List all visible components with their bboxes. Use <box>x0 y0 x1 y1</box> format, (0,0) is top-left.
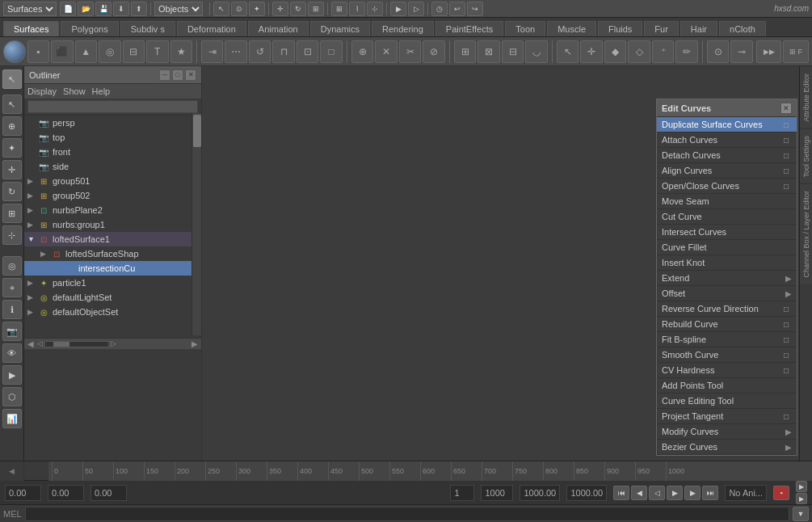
curve-item-smooth[interactable]: Smooth Curve □ <box>657 347 797 363</box>
toolbar-measure-icon[interactable]: ⊸ <box>730 40 753 63</box>
list-item[interactable]: 📷 top <box>24 130 201 145</box>
skip-end-btn[interactable]: ⏭ <box>702 486 718 500</box>
curve-item-fitbspline[interactable]: Fit B-spline □ <box>657 332 797 347</box>
toolbar-square-icon[interactable]: □ <box>320 40 343 63</box>
option-box-icon[interactable]: □ <box>780 180 792 192</box>
tab-deformation[interactable]: Deformation <box>177 21 246 36</box>
tab-polygons[interactable]: Polygons <box>61 21 118 36</box>
toolbar-untrim-icon[interactable]: ⊘ <box>423 40 445 63</box>
frame-field[interactable]: 1 <box>450 485 474 501</box>
frame-range-field[interactable]: 1000 <box>481 485 513 501</box>
outliner-menu-show[interactable]: Show <box>63 86 86 96</box>
tab-fur[interactable]: Fur <box>644 21 679 36</box>
option-box-icon[interactable]: □ <box>780 165 792 176</box>
toolbar-svg-icon[interactable]: ★ <box>170 40 193 63</box>
outliner-minimize-btn[interactable]: ─ <box>159 69 170 81</box>
curve-item-attach[interactable]: Attach Curves □ <box>657 133 797 148</box>
lasso-icon[interactable]: ⊙ <box>231 2 247 16</box>
toolbar-torus-icon[interactable]: ◎ <box>99 40 121 63</box>
curve-item-fillet[interactable]: Curve Fillet <box>657 240 797 255</box>
toolbar-bezier-icon[interactable]: ⁺ <box>652 40 675 63</box>
list-item[interactable]: ▼ ⊡ loftedSurface1 <box>24 232 201 246</box>
list-item[interactable]: ▶ ⊞ group502 <box>24 188 201 203</box>
toolbar-trim-icon[interactable]: ✂ <box>399 40 422 63</box>
info-tool[interactable]: ℹ <box>2 300 22 319</box>
snap-point-icon[interactable]: ⊹ <box>367 2 383 16</box>
option-box-icon[interactable]: □ <box>780 334 792 345</box>
mel-history-btn[interactable]: ▼ <box>793 507 809 521</box>
toolbar-pencil-icon[interactable]: ✏ <box>675 40 698 63</box>
play-back-btn[interactable]: ◁ <box>649 486 665 500</box>
tab-rendering[interactable]: Rendering <box>372 21 434 36</box>
z-coordinate-field[interactable]: 0.00 <box>90 485 127 501</box>
list-item[interactable]: 📷 front <box>24 145 201 159</box>
paint-tool[interactable]: ✦ <box>2 138 22 158</box>
nav-left-btn[interactable]: ◀ <box>27 339 34 348</box>
nav-right-btn[interactable]: ▶ <box>191 339 198 348</box>
curve-item-offset[interactable]: Offset ▶ <box>657 286 797 301</box>
edit-curves-close-btn[interactable]: ✕ <box>780 103 792 114</box>
toolbar-extrude-icon[interactable]: ⇥ <box>201 40 224 63</box>
list-item[interactable]: ▶ ✦ particle1 <box>24 276 201 290</box>
rotate-icon[interactable]: ↻ <box>290 2 306 16</box>
option-box-icon[interactable]: □ <box>780 303 792 314</box>
anim-settings-btn[interactable]: ▪ <box>773 486 789 500</box>
anim-select-field[interactable]: No Ani... <box>725 485 767 501</box>
curve-item-detach[interactable]: Detach Curves □ <box>657 148 797 163</box>
tab-fluids[interactable]: Fluids <box>598 21 642 36</box>
camera-tool[interactable]: 📷 <box>2 322 22 341</box>
scrollbar-thumb[interactable] <box>193 115 201 147</box>
x-coordinate-field[interactable]: 0.00 <box>5 485 41 501</box>
prev-frame-btn[interactable]: ◀ <box>631 486 647 500</box>
curve-item-moveseam[interactable]: Move Seam <box>657 194 797 209</box>
snap-curve-icon[interactable]: ⌇ <box>349 2 365 16</box>
export-icon[interactable]: ⬆ <box>131 2 147 16</box>
toolbar-plane-icon[interactable]: ⊟ <box>123 40 145 63</box>
tab-muscle[interactable]: Muscle <box>547 21 596 36</box>
y-coordinate-field[interactable]: 0.00 <box>48 485 84 501</box>
toolbar-project-icon[interactable]: ⊕ <box>351 40 374 63</box>
list-item[interactable]: ▶ ⊡ loftedSurfaceShap <box>24 246 201 261</box>
hypershade-tool[interactable]: ⬡ <box>2 387 22 406</box>
option-box-icon[interactable]: □ <box>780 349 792 360</box>
open-file-icon[interactable]: 📂 <box>78 2 94 16</box>
graph-tool[interactable]: 📊 <box>2 409 22 428</box>
option-box-icon[interactable]: □ <box>780 119 792 130</box>
toolbar-cylinder-icon[interactable]: ⬛ <box>51 40 74 63</box>
time-start-field[interactable]: 1000.00 <box>520 485 560 501</box>
list-item[interactable]: 〜 intersectionCu <box>24 261 201 276</box>
scale-tool[interactable]: ⊞ <box>2 204 22 223</box>
curve-item-duplicate[interactable]: Duplicate Surface Curves □ <box>657 117 797 133</box>
curve-item-addpoints[interactable]: Add Points Tool <box>657 378 797 394</box>
timeline-options-btn[interactable]: ▶ <box>796 481 807 492</box>
timeline-ruler[interactable]: 0 50 100 150 200 250 300 350 400 450 500… <box>48 461 812 481</box>
toolbar-cube-icon[interactable]: ▪ <box>27 40 50 63</box>
curve-item-reverse[interactable]: Reverse Curve Direction □ <box>657 301 797 317</box>
play-fwd-btn[interactable]: ▶ <box>667 486 683 500</box>
outliner-search-input[interactable] <box>27 100 198 113</box>
toolbar-revolve-icon[interactable]: ↺ <box>249 40 271 63</box>
render-view-tool[interactable]: ▶ <box>2 365 22 385</box>
curve-item-openclose[interactable]: Open/Close Curves □ <box>657 179 797 194</box>
curve-item-extend[interactable]: Extend ▶ <box>657 271 797 286</box>
toolbar-select-tool-icon[interactable]: ↖ <box>557 40 579 63</box>
tab-toon[interactable]: Toon <box>505 21 545 36</box>
toolbar-transform-icon[interactable]: ✛ <box>580 40 603 63</box>
universal-tool[interactable]: ⊹ <box>2 225 22 245</box>
save-file-icon[interactable]: 💾 <box>95 2 111 16</box>
list-item[interactable]: ▶ ⊞ group501 <box>24 174 201 188</box>
move-tool[interactable]: ↖ <box>2 95 22 114</box>
time-end-field[interactable]: 1000.00 <box>566 485 607 501</box>
curve-item-rebuild[interactable]: Rebuild Curve □ <box>657 317 797 332</box>
outliner-menu-help[interactable]: Help <box>92 86 111 96</box>
curve-item-align[interactable]: Align Curves □ <box>657 163 797 179</box>
import-icon[interactable]: ⬇ <box>113 2 129 16</box>
curve-item-project-tangent[interactable]: Project Tangent □ <box>657 409 797 424</box>
toolbar-ep-icon[interactable]: ◇ <box>628 40 650 63</box>
curve-item-bezier[interactable]: Bezier Curves ▶ <box>657 440 797 455</box>
tab-dynamics[interactable]: Dynamics <box>310 21 370 36</box>
toolbar-round-icon[interactable]: ◡ <box>525 40 548 63</box>
tab-subdivs[interactable]: Subdiv s <box>120 21 175 36</box>
list-item[interactable]: ▶ ⊞ nurbs:group1 <box>24 217 201 232</box>
curve-item-cvhardness[interactable]: CV Hardness □ <box>657 363 797 378</box>
